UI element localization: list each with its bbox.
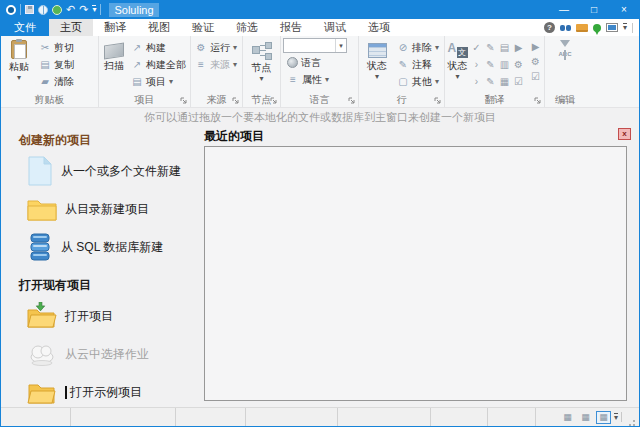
next-row-icon[interactable]: › bbox=[470, 58, 483, 73]
approve-icon[interactable]: ✓ bbox=[470, 41, 483, 56]
auto-translate-icon[interactable]: ▶ bbox=[512, 41, 525, 56]
create-section-title: 创建新的项目 bbox=[19, 132, 200, 149]
language-button[interactable]: 语言 bbox=[285, 54, 358, 71]
language-group-label: 语言 bbox=[281, 93, 358, 107]
cloud-job-item[interactable]: 从云中选择作业 bbox=[27, 338, 200, 370]
run-button[interactable]: ⚙ 运行 ▾ bbox=[193, 39, 239, 56]
paste-button[interactable]: 粘贴 ▾ bbox=[3, 38, 35, 93]
open-project-label: 打开项目 bbox=[65, 308, 113, 325]
node-dialog-launcher[interactable] bbox=[270, 97, 278, 105]
redo-icon[interactable]: ↷ bbox=[79, 4, 88, 15]
row-dialog-launcher[interactable] bbox=[434, 97, 442, 105]
cloud-job-label: 从云中选择作业 bbox=[65, 346, 149, 363]
translate-settings-icon[interactable]: ⚙ bbox=[531, 56, 540, 68]
row-status-dropdown-icon[interactable]: ▾ bbox=[375, 74, 379, 80]
translate-service-icon[interactable] bbox=[38, 5, 48, 15]
node-button[interactable]: 节点 ▾ bbox=[246, 38, 278, 93]
copy-button[interactable]: ▤ 复制 bbox=[37, 56, 76, 73]
comment-button[interactable]: ✎ 注释 bbox=[395, 56, 441, 73]
app-logo-icon[interactable] bbox=[6, 5, 16, 15]
new-from-sql-item[interactable]: 从 SQL 数据库新建 bbox=[27, 231, 200, 263]
tools-dropdown-icon[interactable]: ▾ bbox=[623, 23, 627, 32]
build-all-button[interactable]: ↗ 构建全部 bbox=[129, 56, 188, 73]
minimize-button[interactable]: — bbox=[549, 0, 579, 19]
edit-note-icon[interactable]: ✎ bbox=[484, 75, 497, 90]
copy-source-icon[interactable]: ▥ bbox=[498, 58, 511, 73]
source-button[interactable]: ≡ 来源 ▾ bbox=[193, 56, 239, 73]
language-combobox-dropdown-icon[interactable]: ▾ bbox=[335, 39, 346, 52]
status-segment bbox=[431, 408, 488, 426]
recent-projects-list[interactable] bbox=[204, 146, 627, 401]
source-dialog-launcher[interactable] bbox=[232, 97, 240, 105]
language-dialog-launcher[interactable] bbox=[348, 97, 356, 105]
next-untranslated-icon[interactable]: › bbox=[470, 75, 483, 90]
other-button[interactable]: ▢ 其他 ▾ bbox=[395, 73, 441, 90]
view-list-button[interactable]: ▦ bbox=[596, 411, 611, 424]
remote-screen-icon[interactable] bbox=[606, 23, 618, 32]
exchange-icon[interactable] bbox=[52, 5, 62, 15]
run-translate-icon[interactable]: ▶ bbox=[531, 41, 540, 53]
close-button[interactable]: × bbox=[609, 0, 639, 19]
project-dialog-launcher[interactable] bbox=[180, 97, 188, 105]
source-label: 来源 bbox=[210, 58, 230, 72]
language-combobox[interactable]: ▾ bbox=[283, 38, 347, 53]
row-status-label: 状态 bbox=[367, 59, 387, 73]
translation-memory-icon[interactable]: ▦ bbox=[498, 75, 511, 90]
new-from-files-item[interactable]: 从一个或多个文件新建 bbox=[27, 155, 200, 187]
cut-button[interactable]: ✂ 剪切 bbox=[37, 39, 76, 56]
tab-report[interactable]: 报告 bbox=[269, 19, 313, 36]
language-combobox-input[interactable] bbox=[284, 39, 335, 52]
tab-view[interactable]: 视图 bbox=[137, 19, 181, 36]
open-project-item[interactable]: 打开项目 bbox=[27, 300, 200, 332]
tab-filter[interactable]: 筛选 bbox=[225, 19, 269, 36]
translate-wen-glyph: 文 bbox=[457, 47, 468, 58]
maximize-button[interactable]: □ bbox=[579, 0, 609, 19]
location-icon[interactable] bbox=[593, 24, 601, 32]
properties-button[interactable]: ≡ 属性 ▾ bbox=[285, 71, 358, 88]
help-icon[interactable]: ? bbox=[544, 22, 555, 33]
recent-close-button[interactable]: x bbox=[618, 128, 631, 140]
translation-status-dropdown-icon[interactable]: ▾ bbox=[456, 74, 460, 80]
filter-funnel-icon[interactable] bbox=[560, 40, 570, 47]
scan-button[interactable]: 扫描 bbox=[101, 38, 127, 93]
node-dropdown-icon[interactable]: ▾ bbox=[259, 76, 263, 82]
save-icon[interactable] bbox=[25, 5, 34, 14]
tab-translate[interactable]: 翻译 bbox=[93, 19, 137, 36]
translation-tools-icon[interactable]: ⚙ bbox=[512, 58, 525, 73]
build-button[interactable]: ↗ 构建 bbox=[129, 39, 188, 56]
new-from-directory-item[interactable]: 从目录新建项目 bbox=[27, 193, 200, 225]
undo-icon[interactable]: ↶ bbox=[66, 4, 75, 15]
tab-options[interactable]: 选项 bbox=[357, 19, 401, 36]
accept-check-icon[interactable]: ☑ bbox=[512, 75, 525, 90]
view-grid-button[interactable]: ▦ bbox=[560, 411, 575, 424]
translation-dialog-launcher[interactable] bbox=[534, 97, 542, 105]
deliver-icon[interactable] bbox=[576, 24, 588, 32]
view-split-button[interactable]: ▦ bbox=[578, 411, 593, 424]
recent-projects-title: 最近的项目 bbox=[204, 128, 264, 145]
ribbon-group-edit: ABC 编辑 bbox=[545, 36, 585, 107]
tab-validate[interactable]: 验证 bbox=[181, 19, 225, 36]
paste-dropdown-icon[interactable]: ▾ bbox=[17, 75, 21, 81]
validate-translation-icon[interactable]: ☑ bbox=[531, 71, 540, 83]
open-samples-item[interactable]: 打开示例项目 bbox=[27, 376, 200, 408]
view-dropdown-icon[interactable]: ▾ bbox=[614, 413, 618, 422]
tab-file[interactable]: 文件 bbox=[1, 19, 49, 36]
ribbon-group-row: 状态 ▾ ⊘ 排除 ▾ ✎ 注释 ▢ 其他 bbox=[359, 36, 445, 107]
run-label: 运行 bbox=[210, 41, 230, 55]
build-icon: ↗ bbox=[131, 42, 143, 53]
paste-translation-icon[interactable]: ▤ bbox=[498, 41, 511, 56]
edit-translation-icon[interactable]: ✎ bbox=[484, 41, 497, 56]
resize-grip[interactable] bbox=[627, 418, 635, 426]
project-menu-button[interactable]: ▤ 项目 ▾ bbox=[129, 73, 188, 90]
clear-button[interactable]: ▰ 清除 bbox=[37, 73, 76, 90]
tab-home[interactable]: 主页 bbox=[49, 19, 93, 36]
translation-status-button[interactable]: A 文 状态 ▾ bbox=[447, 38, 468, 93]
open-folder-icon bbox=[27, 302, 57, 330]
row-status-button[interactable]: 状态 ▾ bbox=[361, 38, 393, 93]
customize-qat-dropdown-icon[interactable]: ▾ bbox=[92, 5, 96, 14]
exclude-button[interactable]: ⊘ 排除 ▾ bbox=[395, 39, 441, 56]
find-icon[interactable] bbox=[560, 25, 571, 31]
tab-debug[interactable]: 调试 bbox=[313, 19, 357, 36]
edit-accept-icon[interactable]: ✎ bbox=[484, 58, 497, 73]
title-bar: ↶ ↷ ▾ Soluling — □ × bbox=[1, 0, 639, 19]
